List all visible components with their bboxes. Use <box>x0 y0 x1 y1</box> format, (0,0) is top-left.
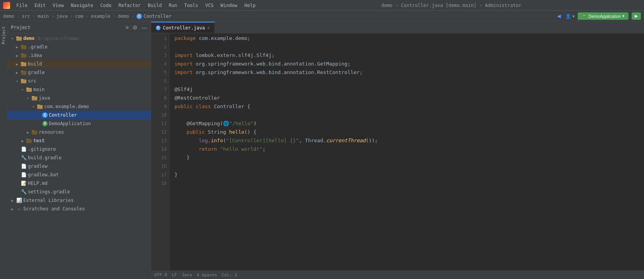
tree-label-build-gradle: build.gradle <box>28 155 62 160</box>
tree-item-main[interactable]: ▾ main <box>8 85 151 94</box>
svg-rect-9 <box>21 71 23 72</box>
menu-help[interactable]: Help <box>241 2 259 9</box>
tree-item-java[interactable]: ▾ java <box>8 94 151 102</box>
menu-run[interactable]: Run <box>166 2 180 9</box>
menu-file[interactable]: File <box>13 2 31 9</box>
tree-label-com-example-demo: com.example.demo <box>44 104 89 109</box>
code-body[interactable]: package com.example.demo; import lombok.… <box>170 33 644 270</box>
tree-item-src[interactable]: ▾ src <box>8 77 151 85</box>
tree-item-test[interactable]: ▶ test <box>8 136 151 145</box>
status-col: Col: 1 <box>222 272 237 277</box>
crumb-java[interactable]: java <box>56 14 67 19</box>
menu-build[interactable]: Build <box>145 2 165 9</box>
code-editor[interactable]: 1 2 3 4 5 6 7 8 9 10 11 12 13 14 15 16 1… <box>151 33 644 270</box>
back-button[interactable]: ◄ <box>556 13 562 20</box>
crumb-controller[interactable]: Controller <box>143 14 171 19</box>
menu-navigate[interactable]: Navigate <box>68 2 97 9</box>
svg-rect-11 <box>21 79 23 80</box>
tree-item-scratches[interactable]: ▶ ✏️ Scratches and Consoles <box>8 205 151 213</box>
tree-label-src: src <box>28 78 36 84</box>
tab-label-controller: Controller.java <box>163 25 205 31</box>
tree-path-demo: D:\gitee\s3\demo <box>38 36 79 41</box>
tree-label-settings-gradle: settings.gradle <box>28 189 70 195</box>
project-panel: Project ≡ ⚙ — ▾ demo D:\gitee\s3\demo ▶ … <box>8 22 151 279</box>
svg-rect-15 <box>32 96 34 97</box>
tree-label-gradlew: gradlew <box>28 164 48 169</box>
tree-item-gitignore[interactable]: 📄 .gitignore <box>8 145 151 153</box>
tree-item-help-md[interactable]: 📝 HELP.md <box>8 179 151 188</box>
run-config-icon: 🏃 <box>582 14 587 19</box>
status-spaces: 4 spaces <box>197 272 217 277</box>
menu-refactor[interactable]: Refactor <box>115 2 144 9</box>
run-config-button[interactable]: 🏃 DemoApplication ▾ <box>578 12 628 20</box>
tree-label-build-folder: build <box>28 61 42 67</box>
tree-item-settings-gradle[interactable]: 🔧 settings.gradle <box>8 188 151 196</box>
tab-controller-java[interactable]: C Controller.java ✕ <box>151 22 215 33</box>
tree-label-resources: resources <box>39 129 64 135</box>
crumb-demo2[interactable]: demo <box>118 14 129 19</box>
tree-label-scratches: Scratches and Consoles <box>23 206 85 212</box>
tree-item-demo[interactable]: ▾ demo D:\gitee\s3\demo <box>8 34 151 43</box>
tree-label-gradlew-bat: gradlew.bat <box>28 172 59 177</box>
menu-edit[interactable]: Edit <box>31 2 49 9</box>
tree-item-gradle-folder[interactable]: ▶ gradle <box>8 68 151 77</box>
tree-item-gradlew-bat[interactable]: 📄 gradlew.bat <box>8 170 151 179</box>
main-layout: Project Project ≡ ⚙ — ▾ demo D:\gitee\s3… <box>0 22 644 279</box>
menu-window[interactable]: Window <box>218 2 240 9</box>
profile-button[interactable]: 👤 ▾ <box>565 14 575 19</box>
project-tree: ▾ demo D:\gitee\s3\demo ▶ .gradle ▶ .ide… <box>8 33 151 279</box>
project-side-tab[interactable]: Project <box>0 23 7 47</box>
tree-label-test: test <box>33 138 45 143</box>
status-lf: LF <box>172 272 177 277</box>
svg-rect-17 <box>37 105 40 106</box>
crumb-demo[interactable]: demo <box>3 14 14 19</box>
crumb-com[interactable]: com <box>75 14 83 19</box>
menu-vcs[interactable]: VCS <box>202 2 217 9</box>
tree-label-external-libraries: External Libraries <box>23 198 74 203</box>
svg-rect-7 <box>21 62 23 63</box>
titlebar: File Edit View Navigate Code Refactor Bu… <box>0 0 644 11</box>
tree-item-gradle-hidden[interactable]: ▶ .gradle <box>8 43 151 51</box>
app-icon <box>3 2 10 9</box>
tree-label-demoapplication: DemoApplication <box>49 121 91 126</box>
run-button[interactable]: ▶ <box>632 12 641 20</box>
tab-icon-controller: C <box>156 26 161 30</box>
tree-label-main: main <box>33 87 45 92</box>
svg-rect-5 <box>21 53 23 55</box>
crumb-src[interactable]: src <box>22 14 30 19</box>
menu-code[interactable]: Code <box>97 2 115 9</box>
tree-item-controller[interactable]: C Controller <box>8 111 151 119</box>
tree-item-idea[interactable]: ▶ .idea <box>8 51 151 60</box>
menu-view[interactable]: View <box>50 2 67 9</box>
folder-icon-demo <box>16 35 22 41</box>
crumb-example[interactable]: example <box>91 14 110 19</box>
svg-rect-1 <box>16 36 19 38</box>
window-title: demo - Controller.java [demo.main] - Adm… <box>262 3 641 8</box>
line-numbers: 1 2 3 4 5 6 7 8 9 10 11 12 13 14 15 16 1… <box>151 33 170 270</box>
tree-item-demoapplication[interactable]: D DemoApplication <box>8 119 151 128</box>
status-java: Java <box>181 272 192 277</box>
tree-label-help-md: HELP.md <box>28 181 48 186</box>
svg-rect-21 <box>26 139 29 140</box>
tree-label-gradle-hidden: .gradle <box>28 44 48 50</box>
tree-item-external-libraries[interactable]: ▶ 📊 External Libraries <box>8 196 151 205</box>
tree-label-gitignore: .gitignore <box>28 146 56 152</box>
sidebar-header: Project ≡ ⚙ — <box>8 22 151 33</box>
tree-item-build-folder[interactable]: ▶ build <box>8 60 151 68</box>
editor-area: C Controller.java ✕ 1 2 3 4 5 6 7 8 9 10… <box>151 22 644 279</box>
tree-item-resources[interactable]: ▶ resources <box>8 128 151 136</box>
tree-item-build-gradle[interactable]: 🔧 build.gradle <box>8 153 151 162</box>
tab-close-controller[interactable]: ✕ <box>207 25 210 30</box>
tree-label-idea: .idea <box>28 53 42 58</box>
settings-button[interactable]: ⚙ <box>132 24 138 31</box>
collapse-all-button[interactable]: ≡ <box>125 24 129 31</box>
tree-label-controller: Controller <box>49 112 77 118</box>
menu-tools[interactable]: Tools <box>181 2 201 9</box>
svg-rect-19 <box>32 130 34 131</box>
crumb-main[interactable]: main <box>38 14 49 19</box>
side-tab-strip: Project <box>0 22 8 279</box>
tree-item-gradlew[interactable]: 📄 gradlew <box>8 162 151 170</box>
minimize-button[interactable]: — <box>141 24 148 31</box>
menu-bar: File Edit View Navigate Code Refactor Bu… <box>13 2 259 9</box>
tree-item-com-example-demo[interactable]: ▾ com.example.demo <box>8 102 151 111</box>
